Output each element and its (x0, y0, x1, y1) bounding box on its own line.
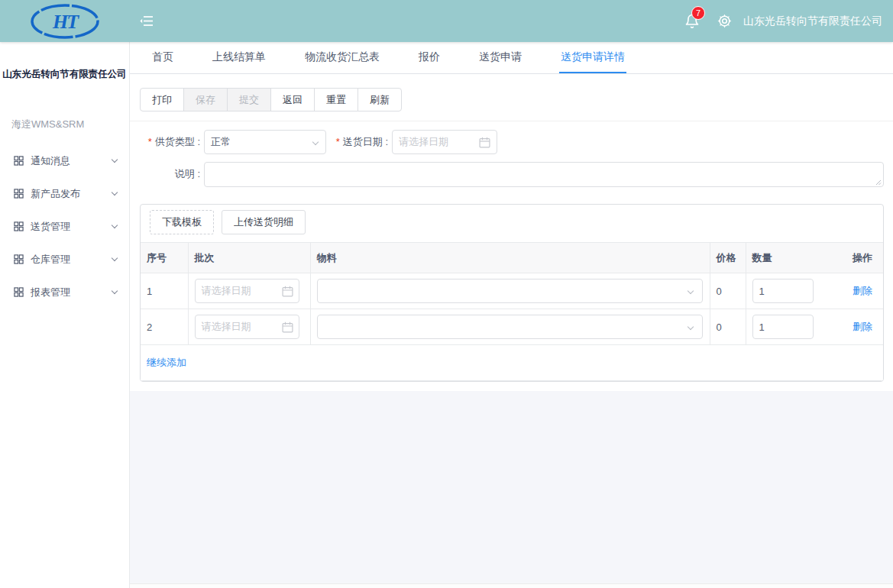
notification-bell-icon[interactable]: 7 (684, 11, 703, 31)
toolbar: 打印 保存 提交 返回 重置 刷新 (140, 88, 402, 111)
settings-gear-icon[interactable] (717, 13, 733, 29)
header-right: 7 山东光岳转向节有限责任公司 (684, 11, 893, 31)
detail-table: 序号 批次 物料 价格 数量 操作 1 请选择日期 (141, 242, 883, 381)
col-header-qty: 数量 (746, 243, 839, 273)
grid-icon (14, 254, 24, 264)
grid-icon (14, 287, 24, 297)
sidebar: 山东光岳转向节有限责任公司 海逹WMS&SRM 通知消息 新产品发布 送货管理 (0, 42, 130, 588)
supply-type-select[interactable]: 正常 (204, 130, 326, 154)
tab-online-settlement[interactable]: 上线结算单 (211, 41, 267, 73)
table-footer-row: 继续添加 (141, 345, 883, 381)
calendar-icon (282, 321, 293, 333)
chevron-down-icon (687, 324, 693, 330)
delivery-date-placeholder: 请选择日期 (399, 135, 448, 149)
delivery-detail-box: 下载模板 上传送货明细 序号 批次 物料 价格 数量 操作 1 (140, 204, 884, 382)
col-header-price: 价格 (710, 243, 746, 273)
refresh-button[interactable]: 刷新 (358, 88, 402, 111)
notification-badge: 7 (691, 6, 705, 20)
calendar-icon (282, 286, 293, 297)
supply-type-value: 正常 (211, 135, 231, 149)
note-field-wrap (204, 162, 884, 189)
row-seq: 2 (141, 309, 188, 345)
table-row: 1 请选择日期 (141, 273, 883, 309)
sidebar-menu: 通知消息 新产品发布 送货管理 仓库管理 (0, 144, 129, 309)
chevron-down-icon (112, 288, 118, 294)
grid-icon (14, 221, 24, 231)
batch-date-picker[interactable]: 请选择日期 (195, 315, 299, 339)
tab-quotation[interactable]: 报价 (417, 41, 442, 73)
delete-row-link[interactable]: 删除 (853, 321, 872, 332)
sidebar-item-notifications[interactable]: 通知消息 (0, 144, 129, 177)
quantity-input[interactable] (752, 279, 814, 303)
sidebar-item-label: 仓库管理 (31, 253, 70, 267)
sidebar-item-label: 通知消息 (31, 154, 70, 168)
submit-button[interactable]: 提交 (227, 88, 271, 111)
add-more-link[interactable]: 继续添加 (147, 357, 186, 368)
row-price: 0 (710, 273, 746, 309)
chevron-down-icon (112, 255, 118, 261)
sidebar-item-label: 送货管理 (31, 220, 70, 234)
logo-ellipse-icon: HT (28, 3, 102, 40)
delivery-date-picker[interactable]: 请选择日期 (392, 130, 497, 154)
sidebar-item-delivery-management[interactable]: 送货管理 (0, 210, 129, 243)
col-header-seq: 序号 (141, 243, 188, 273)
form-row-1: *供货类型 : 正常 *送货日期 : 请选择日期 (130, 130, 893, 154)
sidebar-item-label: 新产品发布 (31, 187, 80, 201)
grid-icon (14, 156, 24, 166)
grid-icon (14, 189, 24, 199)
sidebar-item-new-products[interactable]: 新产品发布 (0, 177, 129, 210)
upload-detail-button[interactable]: 上传送货明细 (222, 210, 306, 234)
material-select[interactable] (317, 315, 703, 339)
logo[interactable]: HT (0, 3, 130, 40)
sidebar-item-report-management[interactable]: 报表管理 (0, 276, 129, 309)
batch-date-placeholder: 请选择日期 (202, 284, 251, 298)
required-asterisk: * (148, 136, 152, 147)
save-button[interactable]: 保存 (183, 88, 228, 111)
sidebar-company-title: 山东光岳转向节有限责任公司 (0, 68, 129, 81)
content-panel: 打印 保存 提交 返回 重置 刷新 *供货类型 : 正常 *送货日期 : 请选择… (130, 74, 893, 391)
print-button[interactable]: 打印 (140, 88, 184, 111)
logo-text: HT (52, 11, 79, 33)
tab-home[interactable]: 首页 (150, 41, 175, 73)
chevron-down-icon (687, 288, 693, 294)
quantity-input[interactable] (752, 315, 814, 339)
toolbar-separator (130, 121, 893, 121)
detail-buttons-row: 下载模板 上传送货明细 (141, 205, 883, 242)
chevron-down-icon (112, 189, 118, 195)
top-header: HT 7 山东光岳转向节有限责任公司 (0, 0, 893, 42)
reset-button[interactable]: 重置 (314, 88, 358, 111)
tab-logistics-receipt-summary[interactable]: 物流收货汇总表 (303, 41, 381, 73)
sidebar-item-warehouse-management[interactable]: 仓库管理 (0, 243, 129, 276)
form-row-2: 说明 : (130, 162, 893, 189)
table-row: 2 请选择日期 (141, 309, 883, 345)
chevron-down-icon (112, 222, 118, 228)
supply-type-label: *供货类型 : (130, 130, 200, 154)
col-header-action: 操作 (839, 243, 883, 273)
batch-date-placeholder: 请选择日期 (202, 320, 251, 334)
header-company-name[interactable]: 山东光岳转向节有限责任公司 (743, 15, 882, 28)
note-textarea[interactable] (204, 162, 884, 187)
row-seq: 1 (141, 273, 188, 309)
delete-row-link[interactable]: 删除 (853, 285, 872, 296)
menu-fold-icon[interactable] (140, 15, 154, 27)
row-price: 0 (710, 309, 746, 345)
material-select[interactable] (317, 279, 703, 303)
delivery-date-label: *送货日期 : (326, 130, 388, 154)
chevron-down-icon (312, 139, 319, 145)
calendar-icon (479, 137, 490, 148)
required-asterisk: * (336, 136, 340, 147)
note-label: 说明 : (130, 162, 200, 186)
horizontal-scrollbar-track[interactable] (130, 583, 893, 588)
tab-delivery-request[interactable]: 送货申请 (477, 41, 523, 73)
tab-bar: 首页 上线结算单 物流收货汇总表 报价 送货申请 送货申请详情 (130, 42, 893, 74)
col-header-batch: 批次 (188, 243, 310, 273)
chevron-down-icon (112, 157, 118, 163)
batch-date-picker[interactable]: 请选择日期 (195, 279, 299, 303)
download-template-button[interactable]: 下载模板 (150, 210, 214, 234)
tab-delivery-request-detail[interactable]: 送货申请详情 (559, 41, 626, 73)
sidebar-item-label: 报表管理 (31, 286, 70, 299)
back-button[interactable]: 返回 (270, 88, 315, 111)
sidebar-system-name: 海逹WMS&SRM (11, 118, 129, 131)
table-header-row: 序号 批次 物料 价格 数量 操作 (141, 243, 883, 273)
col-header-material: 物料 (310, 243, 710, 273)
